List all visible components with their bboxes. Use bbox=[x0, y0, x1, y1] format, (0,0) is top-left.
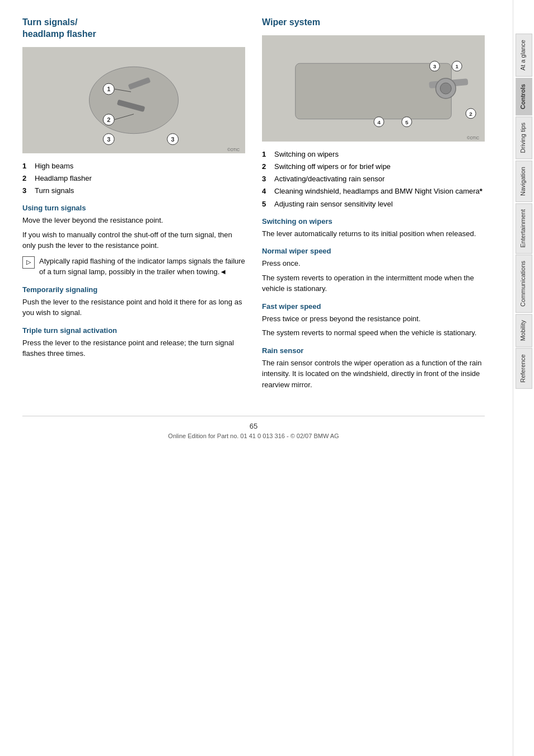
sidebar-item-controls[interactable]: Controls bbox=[516, 78, 532, 115]
sidebar-item-communications[interactable]: Communications bbox=[516, 255, 532, 313]
list-item: 1 High beams bbox=[22, 161, 245, 171]
svg-text:1: 1 bbox=[455, 63, 458, 69]
svg-text:1: 1 bbox=[107, 86, 110, 92]
right-numbered-list: 1 Switching on wipers 2 Switching off wi… bbox=[262, 149, 485, 209]
switching-on-wipers-text: The lever automatically returns to its i… bbox=[262, 228, 485, 240]
page-footer: 65 Online Edition for Part no. 01 41 0 0… bbox=[22, 416, 485, 439]
left-column: Turn signals/ headlamp flasher bbox=[22, 17, 245, 393]
normal-wiper-speed-para2: The system reverts to operation in the i… bbox=[262, 273, 485, 294]
fast-wiper-speed-heading: Fast wiper speed bbox=[262, 302, 485, 311]
switching-on-wipers-heading: Switching on wipers bbox=[262, 217, 485, 226]
triple-turn-text: Press the lever to the resistance point … bbox=[22, 337, 245, 359]
sidebar-item-mobility[interactable]: Mobility bbox=[516, 314, 532, 347]
list-item: 3 Turn signals bbox=[22, 186, 245, 196]
fast-wiper-speed-para1: Press twice or press beyond the resistan… bbox=[262, 313, 485, 325]
svg-text:3: 3 bbox=[433, 63, 437, 69]
rain-sensor-text: The rain sensor controls the wiper opera… bbox=[262, 358, 485, 391]
right-column: Wiper system 1 bbox=[262, 17, 485, 393]
right-section-title: Wiper system bbox=[262, 17, 485, 29]
rain-sensor-heading: Rain sensor bbox=[262, 346, 485, 355]
sidebar-item-navigation[interactable]: Navigation bbox=[516, 161, 532, 202]
svg-text:2: 2 bbox=[469, 111, 472, 117]
left-image: 1 2 3 3 ©OTIC bbox=[22, 47, 245, 153]
normal-wiper-speed-heading: Normal wiper speed bbox=[262, 247, 485, 255]
sidebar-item-driving-tips[interactable]: Driving tips bbox=[516, 116, 532, 159]
temporarily-signaling-heading: Temporarily signaling bbox=[22, 285, 245, 294]
sidebar-item-reference[interactable]: Reference bbox=[516, 348, 532, 389]
svg-point-19 bbox=[440, 83, 451, 94]
using-turn-signals-para1: Move the lever beyond the resistance poi… bbox=[22, 215, 245, 226]
temporarily-signaling-text: Push the lever to the resistance point a… bbox=[22, 297, 245, 318]
sidebar-item-entertainment[interactable]: Entertainment bbox=[516, 203, 532, 253]
svg-text:4: 4 bbox=[377, 119, 381, 125]
using-turn-signals-heading: Using turn signals bbox=[22, 204, 245, 212]
page-number: 65 bbox=[22, 422, 485, 430]
fast-wiper-speed-para2: The system reverts to normal speed when … bbox=[262, 327, 485, 339]
left-section-title: Turn signals/ headlamp flasher bbox=[22, 17, 245, 40]
svg-text:2: 2 bbox=[107, 116, 110, 123]
note-box: ▷ Atypically rapid flashing of the indic… bbox=[22, 256, 245, 278]
list-item: 4 Cleaning windshield, headlamps and BMW… bbox=[262, 186, 485, 196]
normal-wiper-speed-para1: Press once. bbox=[262, 258, 485, 269]
note-text: Atypically rapid flashing of the indicat… bbox=[39, 256, 245, 278]
svg-text:5: 5 bbox=[405, 119, 409, 125]
right-image: 1 2 3 4 5 ©OTIC bbox=[262, 35, 485, 142]
svg-rect-16 bbox=[296, 63, 452, 119]
list-item: 3 Activating/deactivating rain sensor bbox=[262, 174, 485, 184]
svg-text:©OTIC: ©OTIC bbox=[467, 135, 479, 139]
edition-text: Online Edition for Part no. 01 41 0 013 … bbox=[22, 433, 485, 439]
left-numbered-list: 1 High beams 2 Headlamp flasher 3 Turn s… bbox=[22, 161, 245, 196]
svg-point-1 bbox=[89, 67, 178, 133]
using-turn-signals-para2: If you wish to manually control the shut… bbox=[22, 229, 245, 251]
triple-turn-heading: Triple turn signal activation bbox=[22, 326, 245, 335]
svg-text:3: 3 bbox=[171, 135, 175, 142]
sidebar-item-at-a-glance[interactable]: At a glance bbox=[516, 34, 532, 77]
svg-text:©OTIC: ©OTIC bbox=[227, 147, 240, 151]
list-item: 2 Headlamp flasher bbox=[22, 173, 245, 184]
list-item: 2 Switching off wipers or for brief wipe bbox=[262, 162, 485, 172]
sidebar: At a glance Controls Driving tips Naviga… bbox=[513, 0, 534, 756]
svg-text:3: 3 bbox=[107, 135, 110, 142]
list-item: 5 Adjusting rain sensor sensitivity leve… bbox=[262, 199, 485, 209]
list-item: 1 Switching on wipers bbox=[262, 149, 485, 159]
note-icon: ▷ bbox=[22, 256, 35, 269]
